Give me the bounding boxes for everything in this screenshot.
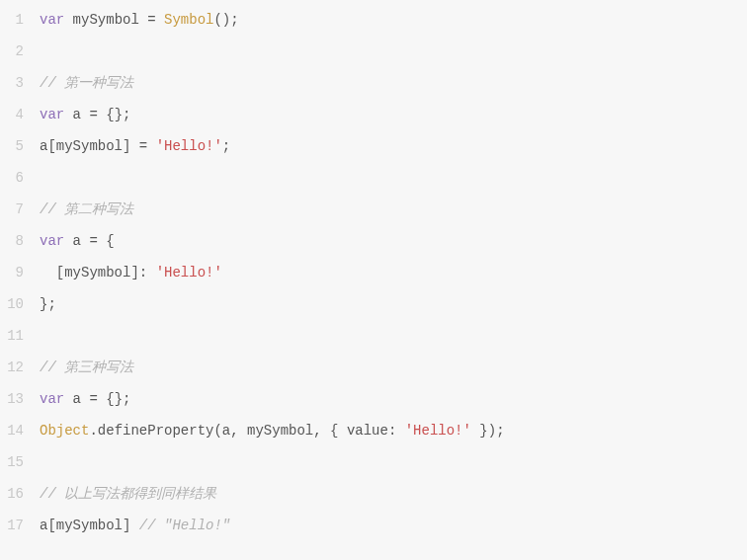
code-content: a[mySymbol] = 'Hello!';	[40, 130, 230, 162]
code-line: 6	[0, 162, 747, 194]
token-ident: a	[64, 391, 89, 407]
line-number: 10	[0, 288, 40, 320]
token-ident: mySymbol	[64, 12, 147, 28]
token-ident: };	[40, 296, 56, 312]
line-number: 14	[0, 415, 40, 446]
code-line: 9 [mySymbol]: 'Hello!'	[0, 257, 747, 288]
line-number: 13	[0, 383, 40, 415]
line-number: 9	[0, 257, 40, 288]
token-kw: var	[40, 233, 64, 249]
code-line: 13var a = {};	[0, 383, 747, 415]
line-number: 2	[0, 36, 40, 67]
code-content: // 第一种写法	[40, 67, 133, 99]
code-content: // 第三种写法	[40, 352, 133, 383]
line-number: 15	[0, 446, 40, 478]
token-fn: Symbol	[164, 12, 213, 28]
token-kw: var	[40, 107, 64, 122]
token-ident: {	[106, 233, 114, 249]
code-line: 1var mySymbol = Symbol();	[0, 4, 747, 36]
code-line: 11	[0, 320, 747, 352]
code-content: var a = {	[40, 225, 115, 257]
token-op: =	[89, 107, 106, 122]
code-line: 4var a = {};	[0, 99, 747, 130]
line-number: 11	[0, 320, 40, 352]
token-op: =	[89, 391, 106, 407]
code-line: 10};	[0, 288, 747, 320]
token-kw: var	[40, 12, 64, 28]
line-number: 16	[0, 478, 40, 510]
line-number: 12	[0, 352, 40, 383]
code-content: // 第二种写法	[40, 194, 133, 225]
code-content: };	[40, 288, 56, 320]
token-ident: value	[347, 423, 388, 439]
code-line: 15	[0, 446, 747, 478]
code-content: a[mySymbol] // "Hello!"	[40, 510, 230, 541]
code-line: 5a[mySymbol] = 'Hello!';	[0, 130, 747, 162]
code-line: 2	[0, 36, 747, 67]
token-ident: ();	[213, 12, 238, 28]
token-ident: {};	[106, 391, 130, 407]
code-content: [mySymbol]: 'Hello!'	[40, 257, 222, 288]
line-number: 8	[0, 225, 40, 257]
line-number: 5	[0, 130, 40, 162]
code-content: var mySymbol = Symbol();	[40, 4, 239, 36]
token-ident: {};	[106, 107, 130, 122]
line-number: 6	[0, 162, 40, 194]
code-content: var a = {};	[40, 383, 130, 415]
code-line: 16// 以上写法都得到同样结果	[0, 478, 747, 510]
token-ident: a[mySymbol]	[40, 138, 139, 154]
token-cmt: // 第三种写法	[40, 360, 133, 375]
code-block: 1var mySymbol = Symbol();23// 第一种写法4var …	[0, 0, 747, 545]
token-op: =	[139, 138, 156, 154]
code-line: 17a[mySymbol] // "Hello!"	[0, 510, 747, 541]
line-number: 17	[0, 510, 40, 541]
line-number: 3	[0, 67, 40, 99]
token-ident: a	[64, 107, 89, 122]
token-op: =	[147, 12, 164, 28]
code-line: 12// 第三种写法	[0, 352, 747, 383]
code-content: // 以上写法都得到同样结果	[40, 478, 216, 510]
token-str: 'Hello!'	[156, 138, 222, 154]
token-str: 'Hello!'	[156, 265, 222, 280]
token-cmt: // "Hello!"	[139, 518, 230, 533]
token-ident: a	[64, 233, 89, 249]
code-line: 8var a = {	[0, 225, 747, 257]
token-ident: .defineProperty(a, mySymbol, {	[89, 423, 346, 439]
code-content: var a = {};	[40, 99, 130, 130]
token-ident: a[mySymbol]	[40, 518, 139, 533]
token-str: 'Hello!'	[405, 423, 471, 439]
code-line: 3// 第一种写法	[0, 67, 747, 99]
token-cmt: // 第二种写法	[40, 201, 133, 217]
code-content: Object.defineProperty(a, mySymbol, { val…	[40, 415, 505, 446]
token-ident: [mySymbol]:	[40, 265, 156, 280]
token-cmt: // 以上写法都得到同样结果	[40, 486, 216, 502]
token-obj: Object	[40, 423, 89, 439]
code-line: 14Object.defineProperty(a, mySymbol, { v…	[0, 415, 747, 446]
line-number: 4	[0, 99, 40, 130]
line-number: 1	[0, 4, 40, 36]
token-ident: ;	[222, 138, 230, 154]
token-kw: var	[40, 391, 64, 407]
code-line: 7// 第二种写法	[0, 194, 747, 225]
token-op: =	[89, 233, 106, 249]
line-number: 7	[0, 194, 40, 225]
token-ident: });	[471, 423, 505, 439]
token-ident: :	[388, 423, 405, 439]
token-cmt: // 第一种写法	[40, 75, 133, 91]
